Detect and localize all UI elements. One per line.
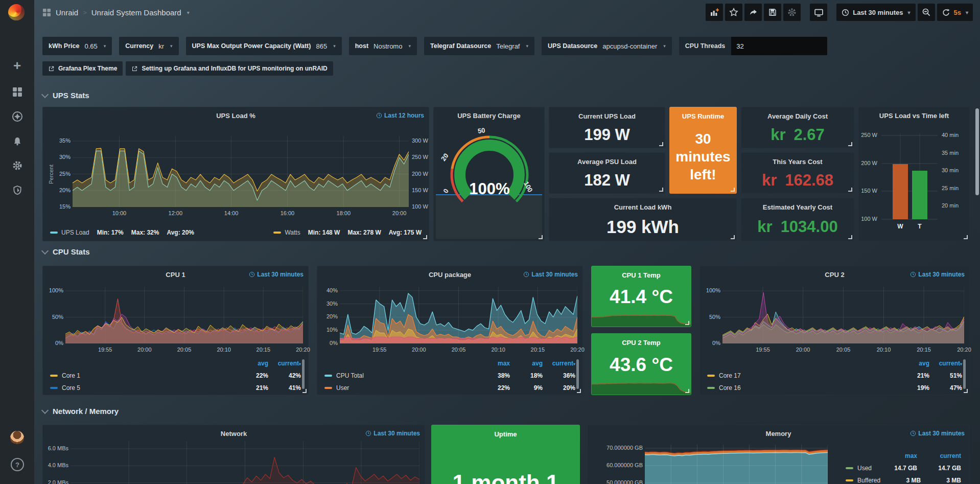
time-range-link[interactable]: Last 30 minutes [365, 430, 420, 437]
chevron-down-icon[interactable]: ▾ [187, 10, 190, 15]
share-button[interactable] [744, 4, 762, 21]
bar-T[interactable] [912, 171, 927, 219]
time-range-link[interactable]: Last 12 hours [376, 112, 424, 119]
cpu1-chart[interactable] [65, 287, 303, 343]
legend-sort-avg[interactable]: avg [236, 360, 268, 367]
time-range-link[interactable]: Last 30 minutes [910, 430, 965, 437]
apps-grid-icon[interactable] [42, 8, 51, 17]
legend-scrollbar[interactable] [963, 359, 966, 389]
legend-sort-max[interactable]: max [477, 360, 510, 367]
dashboards-icon[interactable] [0, 83, 34, 101]
section-ups-stats[interactable]: UPS Stats [42, 91, 89, 100]
explore-compass-icon[interactable] [0, 107, 34, 126]
grafana-logo-icon[interactable] [8, 4, 25, 20]
cpu-package-chart[interactable] [340, 287, 577, 343]
chevron-down-icon [41, 90, 49, 98]
dashboard-settings-gear-icon[interactable] [783, 4, 801, 21]
time-range-picker[interactable]: Last 30 minutes ▾ [836, 4, 915, 21]
time-range-link[interactable]: Last 30 minutes [249, 271, 304, 278]
legend-sort-avg[interactable]: avg [897, 360, 929, 367]
legend-series-label[interactable]: Core 16 [707, 384, 897, 391]
stat-title[interactable]: Average PSU Load [549, 158, 665, 166]
axis-tick: 15% [59, 203, 71, 210]
stat-title[interactable]: CPU 2 Temp [592, 339, 691, 347]
stat-value: 41.4 °C [592, 282, 691, 312]
breadcrumb-dashboard-title[interactable]: Unraid System Dashboard [91, 8, 181, 17]
help-icon[interactable]: ? [11, 458, 24, 471]
legend-series-label[interactable]: Used [846, 465, 873, 472]
variable-label: Telegraf Datasource [430, 42, 491, 50]
section-cpu-stats[interactable]: CPU Stats [42, 247, 90, 256]
tv-kiosk-button[interactable] [810, 4, 827, 21]
page-scrollbar[interactable] [975, 108, 979, 195]
variable-value: 0.65 [84, 42, 97, 50]
link-grafana-plex-theme[interactable]: Grafana Plex Theme [42, 61, 123, 76]
stat-title[interactable]: Uptime [432, 430, 579, 438]
legend-series-label[interactable]: UPS Load [61, 229, 89, 236]
user-avatar[interactable] [10, 431, 24, 445]
legend-series-label[interactable]: Watts [285, 229, 300, 236]
section-network-memory[interactable]: Network / Memory [42, 407, 119, 416]
network-chart[interactable] [71, 441, 419, 484]
panel-title[interactable]: UPS Load % [43, 112, 429, 120]
add-panel-button[interactable] [706, 4, 723, 21]
memory-chart[interactable] [645, 445, 828, 484]
legend-sort-avg[interactable]: avg [510, 360, 543, 367]
stat-title[interactable]: Current Load kWh [549, 203, 736, 211]
variable-label: UPS Datasource [548, 42, 597, 50]
variable-ups-datasource[interactable]: UPS Datasource apcupsd-container▾ [542, 37, 672, 55]
link-ups-monitoring-guide[interactable]: Setting up Grafana and InfluxDB for UPS … [126, 61, 333, 76]
breadcrumb-folder[interactable]: Unraid [56, 8, 78, 17]
variable-currency[interactable]: Currency kr▾ [119, 37, 178, 55]
stat-title[interactable]: Current UPS Load [549, 112, 665, 120]
cpu2-chart[interactable] [722, 287, 964, 343]
legend-sort-current[interactable]: current▾ [543, 360, 575, 367]
stat-title[interactable]: Estimated Yearly Cost [741, 203, 854, 211]
legend-sort-current[interactable]: current [917, 452, 961, 459]
battery-gauge[interactable]: 0 20 50 100 100% [441, 128, 538, 204]
refresh-button[interactable]: 5s ▾ [937, 4, 973, 21]
star-button[interactable] [725, 4, 742, 21]
alerting-bell-icon[interactable] [0, 132, 34, 150]
chevron-down-icon[interactable]: ▾ [966, 10, 968, 15]
server-admin-shield-icon[interactable] [0, 181, 34, 199]
stat-title[interactable]: UPS Runtime [670, 112, 736, 120]
axis-tick: 30% [59, 154, 71, 160]
legend-sort-current[interactable]: current▾ [268, 360, 301, 367]
variable-label: kWh Price [49, 42, 79, 50]
stat-title[interactable]: CPU 1 Temp [592, 271, 691, 279]
save-button[interactable] [764, 4, 781, 21]
panel-title[interactable]: UPS Battery Charge [434, 112, 544, 120]
bar-W[interactable] [893, 164, 908, 219]
panel-ups-load-vs-time-left: UPS Load vs Time left 250 W200 W150 W100… [858, 107, 970, 241]
stat-title[interactable]: Average Daily Cost [741, 112, 854, 120]
variable-kwh-price[interactable]: kWh Price 0.65▾ [42, 37, 112, 55]
variable-telegraf-datasource[interactable]: Telegraf Datasource Telegraf▾ [424, 37, 534, 55]
legend-series-label[interactable]: Buffered [846, 477, 880, 484]
configuration-gear-icon[interactable] [0, 156, 34, 175]
legend-series-label[interactable]: CPU Total [324, 372, 477, 379]
time-range-link[interactable]: Last 30 minutes [523, 271, 578, 278]
axis-tick: 150 W [412, 187, 428, 193]
legend-series-label[interactable]: Core 5 [50, 384, 236, 391]
legend-scrollbar[interactable] [302, 359, 305, 389]
ups-load-vs-time-chart[interactable]: 250 W200 W150 W100 W40 min35 min30 min25… [859, 107, 970, 242]
legend-series-label[interactable]: Core 17 [707, 372, 897, 379]
legend-series-label[interactable]: Core 1 [50, 372, 236, 379]
ups-load-chart[interactable] [73, 136, 409, 207]
legend-series-label[interactable]: User [324, 384, 477, 391]
zoom-out-button[interactable] [918, 4, 935, 21]
panel-ups-load: UPS Load % Last 12 hours Percent 35%30%2… [42, 107, 429, 241]
panel-ups-runtime: UPS Runtime 30 minutes left! [669, 107, 737, 194]
create-icon[interactable]: + [0, 56, 34, 75]
legend-scrollbar[interactable] [576, 359, 579, 389]
stat-title[interactable]: This Years Cost [741, 158, 854, 166]
legend-sort-max[interactable]: max [873, 452, 917, 459]
variable-ups-max-output[interactable]: UPS Max Output Power Capacity (Watt) 865… [186, 37, 342, 55]
legend-sort-current[interactable]: current▾ [929, 360, 962, 367]
refresh-interval-label[interactable]: 5s [954, 9, 961, 16]
variable-host[interactable]: host Nostromo▾ [349, 37, 417, 55]
link-label: Setting up Grafana and InfluxDB for UPS … [142, 65, 327, 72]
cpu-threads-input[interactable] [731, 37, 827, 55]
time-range-link[interactable]: Last 30 minutes [910, 271, 965, 278]
